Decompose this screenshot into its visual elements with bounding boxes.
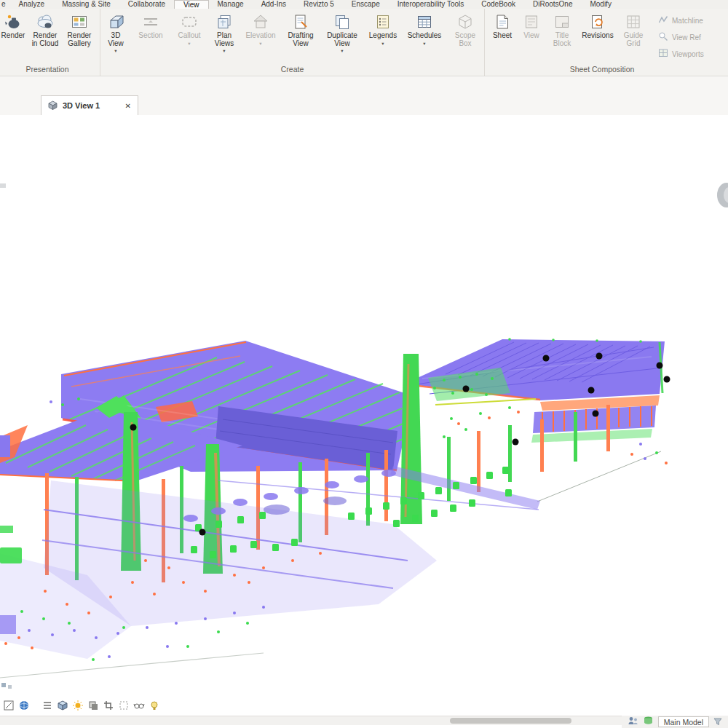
view-tab-bar: 3D View 1 ✕ [0, 77, 728, 115]
view-tab-3d-view-1[interactable]: 3D View 1 ✕ [41, 95, 138, 115]
horizontal-scrollbar-thumb[interactable] [450, 718, 571, 724]
ribbon-tab-bar: e Analyze Massing & Site Collaborate Vie… [0, 0, 728, 9]
revisions-button[interactable]: Revisions [581, 11, 614, 40]
button-label: Render Gallery [63, 32, 95, 47]
callout-icon [181, 12, 198, 31]
elevation-button: Elevation ▾ [245, 11, 277, 46]
matchline-icon [658, 15, 668, 26]
reveal-hidden-elements-icon[interactable] [148, 699, 161, 712]
render-gallery-button[interactable]: Render Gallery [63, 11, 95, 47]
button-label: Scope Box [451, 32, 480, 47]
sun-path-globe-icon[interactable] [17, 699, 31, 712]
panel-label-create: Create [103, 64, 482, 76]
3d-view-button[interactable]: 3D View ▾ [105, 11, 127, 53]
legends-icon [374, 12, 392, 31]
view-tab-title: 3D View 1 [63, 101, 100, 110]
callout-button: Callout ▾ [175, 11, 204, 46]
viewports-icon [658, 48, 668, 60]
button-label: Schedules [408, 32, 442, 40]
plan-views-icon [215, 12, 233, 31]
view-reference-button: View Ref [658, 31, 713, 43]
button-label: Elevation [245, 32, 275, 40]
active-workset-field[interactable]: Main Model [658, 716, 709, 727]
close-icon[interactable]: ✕ [125, 102, 131, 110]
tab-analyze[interactable]: Analyze [10, 0, 54, 9]
crop-view-icon[interactable] [102, 699, 115, 712]
render-teapot-icon [4, 12, 22, 31]
render-button[interactable]: Render [0, 11, 27, 40]
tab-manage[interactable]: Manage [209, 0, 253, 9]
worksets-icon[interactable] [643, 716, 654, 728]
view-icon [523, 12, 540, 31]
detail-level-icon[interactable] [41, 699, 54, 712]
stack-item-label: View Ref [672, 33, 701, 41]
button-label: Section [138, 32, 162, 40]
shadows-icon[interactable] [87, 699, 100, 712]
3d-view-icon [107, 12, 124, 31]
button-label: Render in Cloud [30, 32, 60, 47]
viewports-button: Viewports [658, 48, 713, 60]
panel-label-sheet-composition: Sheet Composition [487, 64, 717, 76]
button-label: Revisions [582, 32, 613, 40]
plan-views-button[interactable]: Plan Views ▾ [212, 11, 237, 53]
tab-add-ins[interactable]: Add-Ins [253, 0, 295, 9]
3d-cube-icon [48, 100, 58, 111]
temporary-hide-isolate-icon[interactable] [132, 699, 146, 712]
schedules-icon [416, 12, 433, 31]
tab-collaborate[interactable]: Collaborate [119, 0, 174, 9]
legends-button[interactable]: Legends ▾ [368, 11, 398, 46]
tab-interoperability-tools[interactable]: Interoperability Tools [389, 0, 473, 9]
horizontal-scrollbar-track[interactable] [0, 716, 728, 725]
scope-box-icon [456, 12, 474, 31]
schedules-button[interactable]: Schedules ▾ [406, 11, 443, 46]
panel-sheet-composition: Sheet View Title Block Revisions [485, 9, 719, 76]
elevation-icon [252, 12, 269, 31]
sheet-button[interactable]: Sheet [489, 11, 515, 40]
tab-codebook[interactable]: CodeBook [472, 0, 524, 9]
scope-box-button: Scope Box [451, 11, 480, 47]
dropdown-arrow-icon: ▾ [423, 41, 425, 46]
view-scale-icon[interactable] [2, 699, 15, 712]
show-crop-region-icon[interactable] [117, 699, 130, 712]
button-label: Duplicate View [325, 32, 360, 47]
active-workset-label: Main Model [664, 718, 703, 727]
stack-item-label: Matchline [672, 17, 703, 25]
tab-revizto-5[interactable]: Revizto 5 [295, 0, 343, 9]
title-block-icon [553, 12, 571, 31]
filter-icon[interactable] [713, 716, 722, 728]
tab-dirootsone[interactable]: DiRootsOne [524, 0, 581, 9]
section-button: Section [135, 11, 167, 40]
button-label: Legends [369, 32, 397, 40]
tab-view[interactable]: View [174, 0, 209, 9]
render-in-cloud-button[interactable]: Render in Cloud [30, 11, 60, 47]
button-label: Sheet [493, 32, 512, 40]
duplicate-view-icon [333, 12, 351, 31]
tab-massing-site[interactable]: Massing & Site [53, 0, 119, 9]
button-label: View [523, 32, 539, 40]
matchline-button: Matchline [658, 15, 713, 26]
tab-truncated[interactable]: e [0, 0, 10, 9]
guide-grid-button: Guide Grid [619, 11, 648, 47]
cloud-icon [36, 12, 55, 31]
panel-create: 3D View ▾ Section Callout ▾ Pla [100, 9, 485, 76]
duplicate-view-button[interactable]: Duplicate View ▾ [325, 11, 360, 53]
guide-grid-icon [625, 12, 642, 31]
editing-requests-icon[interactable] [628, 716, 638, 728]
gallery-grid-icon [71, 12, 88, 31]
drafting-view-button[interactable]: Drafting View [285, 11, 317, 47]
tab-modify[interactable]: Modify [581, 0, 620, 9]
drafting-view-icon [292, 12, 309, 31]
button-label: Title Block [547, 32, 577, 47]
tab-enscape[interactable]: Enscape [343, 0, 389, 9]
dropdown-arrow-icon: ▾ [259, 41, 261, 46]
status-bar-right: Main Model [622, 716, 728, 728]
section-icon [142, 12, 159, 31]
visual-style-icon[interactable] [56, 699, 69, 712]
revisions-icon [589, 12, 606, 31]
dropdown-arrow-icon: ▾ [114, 48, 116, 53]
view-button: View [520, 11, 543, 40]
dropdown-arrow-icon: ▾ [223, 48, 225, 53]
dropdown-arrow-icon: ▾ [341, 48, 343, 53]
sun-icon[interactable] [71, 699, 84, 712]
button-label: Plan Views [212, 32, 237, 47]
